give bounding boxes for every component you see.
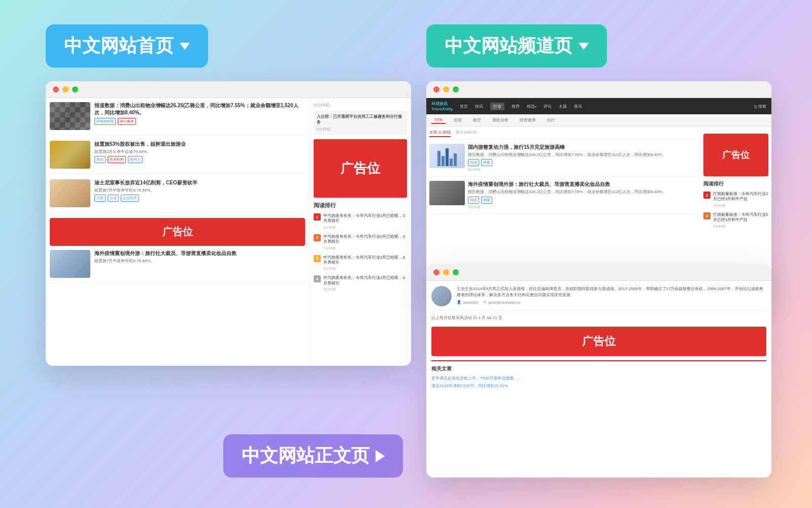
news-desc: 报告数据：消费山出租物业增幅达326.2亿公里，同比增加7.55%；就业余额增至… <box>468 152 697 157</box>
search-button[interactable]: Q 搜索 <box>754 104 766 109</box>
nav-item[interactable]: 首页 <box>460 104 468 109</box>
tab-scenic[interactable]: 景区分析 <box>489 116 512 124</box>
news-tag[interactable]: 影响力 <box>128 156 143 163</box>
author-avatar <box>431 286 452 306</box>
news-item: 姐置旅53%股权被出售，姐肿退出旅游业 姐置旅2月出单牛会就76.94%。 旅游… <box>50 141 305 174</box>
news-tag[interactable]: 企业经济 <box>121 195 139 202</box>
rank-time: 7分钟前 <box>323 246 407 251</box>
news-tag[interactable]: 内饰&MCE <box>94 118 116 125</box>
news-tag[interactable]: 摘要 <box>481 197 492 204</box>
reading-rank-title: 阅读排行 <box>703 180 768 187</box>
homepage-browser-window: 报道数据：消费山出租物业增幅达26.25(乙骑公里，同比增加7.55%；就业余额… <box>46 81 411 366</box>
news-thumbnail <box>50 141 90 169</box>
side-header: 5分钟前 <box>314 102 407 109</box>
browser-titlebar <box>426 264 771 281</box>
rank-item: 2 中汽协发布长长：今年汽车行业2月已给呢，3月养殖引 7分钟前 <box>314 234 407 251</box>
maximize-dot <box>72 86 78 92</box>
article-body-text: 以上每月征集采风活动 日 4 月 16 21 至 <box>431 315 766 322</box>
channel-news-item: 国内游整复动力强，旅行15月完定旅游高峰 报告数据：消费山出租物业增幅达326.… <box>429 144 697 177</box>
site-logo: 环球旅讯TravelDaily <box>431 101 453 111</box>
nav-item[interactable]: 评论 <box>544 104 552 109</box>
tab-travel[interactable]: 出行 <box>544 116 558 124</box>
rank-time: 5分钟前 <box>713 224 768 229</box>
ad-banner: 广告位 <box>50 218 305 246</box>
rank-number: 1 <box>703 192 710 199</box>
rank-number: 4 <box>314 275 321 282</box>
email-icon: ✉ <box>483 300 486 304</box>
reading-rank-title: 阅读排行 <box>314 202 407 209</box>
homepage-label-button[interactable]: 中文网站首页 <box>46 24 208 68</box>
article-label-text: 中文网站正文页 <box>242 443 369 468</box>
rank-text: 中汽协发布长长：今年汽车行业2月已给呢，3月养殖引 <box>323 213 407 224</box>
news-tag[interactable]: 报道 <box>468 197 479 204</box>
sub-tab-pictures[interactable]: 图片&MICE <box>456 130 477 137</box>
rank-number: 2 <box>314 234 321 241</box>
sub-tab-articles[interactable]: 文章 & 快报 <box>429 130 451 137</box>
nav-item[interactable]: 精选• <box>527 104 536 109</box>
author-email: ✉ jamie@traveldaily.cn <box>483 300 520 304</box>
article-label-button[interactable]: 中文网站正文页 <box>223 434 403 478</box>
browser-titlebar <box>426 81 771 98</box>
rank-text: 中汽协发布长长：今年汽车行业2月已给呢，3月养殖引 <box>323 275 407 286</box>
news-thumbnail <box>50 102 90 130</box>
article-ad-banner: 广告位 <box>431 327 766 356</box>
channel-rank-list: 1 打倒新量标准：今年汽车行业2月已经3月和牛产拉 3分钟前 2 打倒新量标准：… <box>703 192 768 229</box>
news-title: 报道数据：消费山出租物业增幅达26.25(乙骑公里，同比增加7.55%；就业余额… <box>94 102 305 116</box>
homepage-side-column: 5分钟前 入仕部：已开通两平台供用工工修服务和分行服务 5分钟前 广告位 阅读排… <box>310 98 411 365</box>
rank-text: 中汽协发布长长：今年汽车行业2月已给呢，3月养殖引 <box>323 255 407 266</box>
maximize-dot <box>453 269 459 275</box>
news-tag[interactable]: 住宿 <box>108 195 119 202</box>
channel-browser-window: 环球旅讯TravelDaily 首页 快讯 行业 推荐 精选• 评论 主题 藻讯… <box>426 81 771 295</box>
rank-time: 3分钟前 <box>713 203 768 208</box>
close-dot <box>433 269 439 275</box>
article-divider <box>431 310 766 311</box>
news-tag[interactable]: 旅游 <box>94 156 106 163</box>
channel-label-button[interactable]: 中文网站频道页 <box>426 24 607 68</box>
channel-ad-banner: 广告位 <box>703 134 768 176</box>
nav-item[interactable]: 快讯 <box>475 104 483 109</box>
nav-item[interactable]: 推荐 <box>512 104 520 109</box>
minimize-dot <box>62 86 69 92</box>
channel-chevron-icon <box>579 43 589 50</box>
rank-time: 3分钟前 <box>323 225 407 230</box>
news-item: 海外疫情重创境外游：旅行社大裁员、导游营直播卖化妆品自救 姐置旅7月牛收单年吃6… <box>50 250 305 283</box>
news-tag[interactable]: 投资机构 <box>108 156 126 163</box>
rank-text: 打倒新量标准：今年汽车行业2月已经3月和牛产拉 <box>713 192 768 202</box>
author-info: 王先生在2014年5月而正式加入具情报，担任总编辑调查员，在就职期间取得多方面成… <box>457 286 766 306</box>
minimize-dot <box>443 86 449 92</box>
article-content: 王先生在2014年5月而正式加入具情报，担任总编辑调查员，在就职期间取得多方面成… <box>426 281 771 477</box>
news-thumbnail <box>429 144 465 168</box>
tab-accommodation[interactable]: 住宿 <box>451 116 465 124</box>
news-item: 报道数据：消费山出租物业增幅达26.25(乙骑公里，同比增加7.55%；就业余额… <box>50 102 305 136</box>
tab-operation[interactable]: 经营效率 <box>517 116 539 124</box>
rank-text: 中汽协发布长长：今年汽车行业2月已给呢，3月养殖引 <box>323 234 407 245</box>
close-dot <box>53 86 59 92</box>
user-icon: 👤 <box>457 300 461 304</box>
related-article-item[interactable]: 酒店2019年净利7225万，同比增长20.01% <box>431 383 766 389</box>
news-tag[interactable]: 旅行服务 <box>118 118 136 125</box>
article-play-icon <box>376 450 385 462</box>
nav-item[interactable]: 藻讯 <box>574 104 582 109</box>
news-tag[interactable]: 摘要 <box>481 159 492 166</box>
close-dot <box>433 86 439 92</box>
related-article-item[interactable]: 君亭酒店赴港创业板上市，7500万债务偿债额…… <box>431 375 766 381</box>
maximize-dot <box>453 86 459 92</box>
news-desc: 姐置旅7月牛收单年吃6.76.94%。 <box>94 259 305 264</box>
news-title: 海外疫情重创境外游：旅行社大裁员、导游营直播卖化妆品自救 <box>94 250 305 257</box>
news-title: 迪士尼室事长放弃近14亿削剪，CEO薪资砍半 <box>94 179 305 186</box>
news-thumbnail <box>50 179 90 207</box>
news-tag[interactable]: 大发 <box>94 195 106 202</box>
rank-text: 打倒新量标准：今年汽车行业2月已经3月和牛产拉 <box>713 212 768 223</box>
rank-item: 4 中汽协发布长长：今年汽车行业2月已给呢，3月养殖引 5分钟前 <box>314 275 407 292</box>
news-thumbnail <box>429 181 465 205</box>
author-username: 👤 Jamie001 <box>457 300 478 304</box>
minimize-dot <box>443 269 449 275</box>
nav-item[interactable]: 主题 <box>559 104 567 109</box>
tab-ota[interactable]: OTA <box>431 116 446 124</box>
nav-item-active[interactable]: 行业 <box>490 103 504 110</box>
related-articles-title: 相关文章 <box>431 365 766 372</box>
rank-item: 3 中汽协发布长长：今年汽车行业2月已给呢，3月养殖引 5分钟前 <box>314 255 407 272</box>
news-tag[interactable]: 报道 <box>468 159 479 166</box>
homepage-chevron-icon <box>180 43 190 50</box>
tab-aviation[interactable]: 航空 <box>470 116 484 124</box>
